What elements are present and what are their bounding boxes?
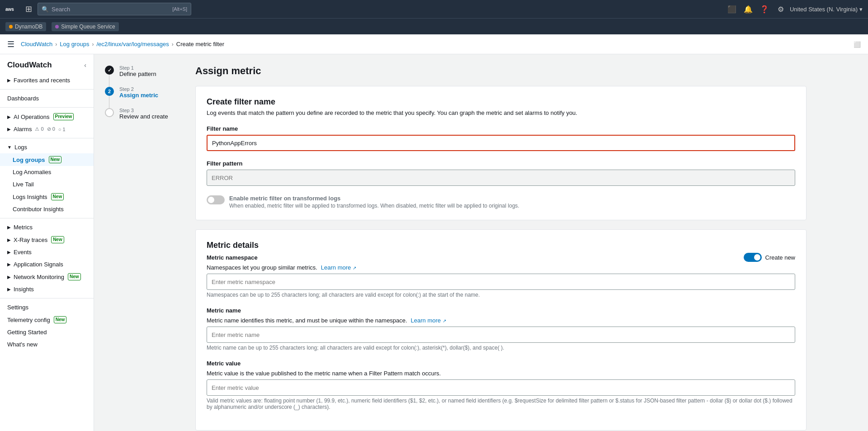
log-groups-badge: New [49, 156, 62, 163]
breadcrumb-sep-1: › [55, 41, 57, 47]
metric-name-learn-more-link[interactable]: Learn more [411, 317, 441, 324]
sidebar-item-live-tail[interactable]: Live Tail [0, 178, 94, 190]
content-panel: Assign metric Create filter name Log eve… [195, 65, 807, 431]
breadcrumb-sep-2: › [92, 41, 94, 47]
metric-name-input[interactable] [207, 327, 795, 343]
filter-pattern-input[interactable] [207, 170, 795, 186]
search-icon: 🔍 [42, 6, 49, 13]
filter-name-field: Filter name [207, 125, 795, 151]
filter-name-label: Filter name [207, 125, 795, 132]
insights-label: Insights [14, 286, 34, 293]
dynamodb-dot [9, 25, 13, 28]
network-expand-icon: ▶ [7, 275, 11, 279]
metric-namespace-field: Metric namespace Create new Namespaces l… [207, 253, 795, 298]
svg-text:aws: aws [5, 7, 14, 12]
ai-operations-label: AI Operations [14, 114, 50, 120]
services-menu-icon[interactable]: ⊞ [25, 4, 32, 14]
metric-value-label: Metric value [207, 360, 795, 367]
sidebar-item-ai-operations[interactable]: ▶ AI Operations Preview [0, 110, 94, 123]
sqs-dot [55, 25, 59, 28]
logs-expand-icon: ▼ [7, 145, 12, 150]
step-1-circle: ✓ [105, 66, 114, 75]
filter-pattern-field: Filter pattern [207, 160, 795, 186]
sidebar-item-application-signals[interactable]: ▶ Application Signals [0, 258, 94, 270]
breadcrumb-cloudwatch[interactable]: CloudWatch [21, 41, 52, 47]
sidebar-item-favorites[interactable]: ▶ Favorites and recents [0, 74, 94, 86]
live-tail-label: Live Tail [13, 181, 34, 188]
sidebar-item-alarms[interactable]: ▶ Alarms ⚠ 0 ⊘ 0 ○ 1 [0, 123, 94, 135]
metric-filter-toggle[interactable] [207, 195, 225, 204]
sidebar-collapse-btn[interactable]: ‹ [84, 62, 86, 69]
logs-insights-badge: New [51, 193, 64, 200]
sidebar-item-log-groups[interactable]: Log groups New [0, 153, 94, 166]
search-bar[interactable]: 🔍 [Alt+S] [38, 3, 191, 15]
filter-name-card-title: Create filter name [207, 97, 795, 107]
step-2-label: Step 2 [119, 86, 184, 92]
notifications-icon[interactable]: 🔔 [741, 2, 755, 16]
step-1-name[interactable]: Define pattern [119, 71, 184, 77]
metric-name-label: Metric name [207, 307, 795, 314]
whats-new-label: What's new [7, 341, 38, 348]
sidebar-toggle-icon[interactable]: ☰ [7, 39, 14, 49]
metric-details-title: Metric details [207, 241, 795, 250]
divider-3 [0, 138, 94, 138]
region-selector[interactable]: United States (N. Virginia) ▾ [790, 6, 863, 13]
breadcrumb-bar: ☰ CloudWatch › Log groups › /ec2/linux/v… [0, 34, 868, 54]
alarms-expand-icon: ▶ [7, 127, 11, 132]
xray-label: X-Ray traces [14, 237, 47, 243]
toggle-sub-label: When enabled, metric filter will be appl… [229, 203, 795, 209]
create-new-toggle: Create new [744, 253, 795, 262]
aws-logo[interactable]: aws [5, 5, 20, 14]
filter-name-card-desc: Log events that match the pattern you de… [207, 109, 795, 116]
sidebar-item-telemetry[interactable]: Telemetry config New [0, 313, 94, 326]
create-new-toggle-switch[interactable] [744, 253, 762, 262]
help-icon[interactable]: ❓ [757, 2, 772, 16]
sidebar-item-dashboards[interactable]: Dashboards [0, 92, 94, 104]
top-navigation: aws ⊞ 🔍 [Alt+S] ⬛ 🔔 ❓ ⚙ United States (N… [0, 0, 868, 18]
step-3: Step 3 Review and create [105, 108, 184, 120]
sidebar-item-network-monitoring[interactable]: ▶ Network Monitoring New [0, 270, 94, 283]
xray-expand-icon: ▶ [7, 237, 11, 242]
sidebar-item-getting-started[interactable]: Getting Started [0, 326, 94, 338]
cloudshell-icon[interactable]: ⬛ [725, 2, 739, 16]
service-tag-sqs[interactable]: Simple Queue Service [52, 22, 118, 31]
nav-right: ⬛ 🔔 ❓ ⚙ United States (N. Virginia) ▾ [725, 2, 863, 16]
events-label: Events [14, 249, 32, 256]
metric-name-ext-icon: ↗ [443, 318, 446, 323]
telemetry-badge: New [54, 316, 67, 323]
sidebar-item-logs-insights[interactable]: Logs Insights New [0, 190, 94, 203]
metric-value-desc-row: Metric value is the value published to t… [207, 369, 795, 377]
metric-details-card: Metric details Metric namespace Create n… [195, 229, 807, 431]
sidebar-item-contributor-insights[interactable]: Contributor Insights [0, 203, 94, 215]
main-content: ✓ Step 1 Define pattern 2 Step 2 Assign … [94, 54, 868, 431]
sidebar-item-xray[interactable]: ▶ X-Ray traces New [0, 233, 94, 246]
sidebar-item-logs[interactable]: ▼ Logs [0, 141, 94, 153]
sidebar-item-events[interactable]: ▶ Events [0, 246, 94, 258]
metric-namespace-input[interactable] [207, 274, 795, 290]
filter-name-input[interactable] [207, 135, 795, 151]
sidebar-item-settings[interactable]: Settings [0, 301, 94, 313]
sidebar-item-insights[interactable]: ▶ Insights [0, 283, 94, 295]
toggle-labels: Enable metric filter on transformed logs… [229, 195, 795, 209]
step-3-name: Review and create [119, 113, 184, 120]
favorites-expand-icon: ▶ [7, 78, 11, 83]
sidebar-item-metrics[interactable]: ▶ Metrics [0, 221, 94, 233]
log-groups-label: Log groups [13, 156, 45, 163]
search-input[interactable] [52, 6, 170, 13]
sidebar-item-whats-new[interactable]: What's new [0, 338, 94, 350]
sidebar-item-log-anomalies[interactable]: Log Anomalies [0, 166, 94, 178]
metric-value-input[interactable] [207, 379, 795, 396]
breadcrumb-log-path[interactable]: /ec2/linux/var/log/messages [96, 41, 169, 47]
service-tag-dynamodb[interactable]: DynamoDB [5, 22, 46, 31]
xray-badge: New [51, 236, 64, 243]
breadcrumb-log-groups[interactable]: Log groups [60, 41, 89, 47]
step-3-label: Step 3 [119, 108, 184, 113]
network-badge: New [68, 273, 81, 280]
sidebar-header: CloudWatch ‹ [0, 54, 94, 74]
sqs-label: Simple Queue Service [61, 24, 115, 30]
settings-icon[interactable]: ⚙ [774, 2, 788, 16]
settings-label: Settings [7, 304, 28, 311]
namespace-header-row: Metric namespace Create new [207, 253, 795, 262]
search-shortcut: [Alt+S] [172, 6, 187, 12]
namespace-learn-more-link[interactable]: Learn more [321, 264, 351, 271]
